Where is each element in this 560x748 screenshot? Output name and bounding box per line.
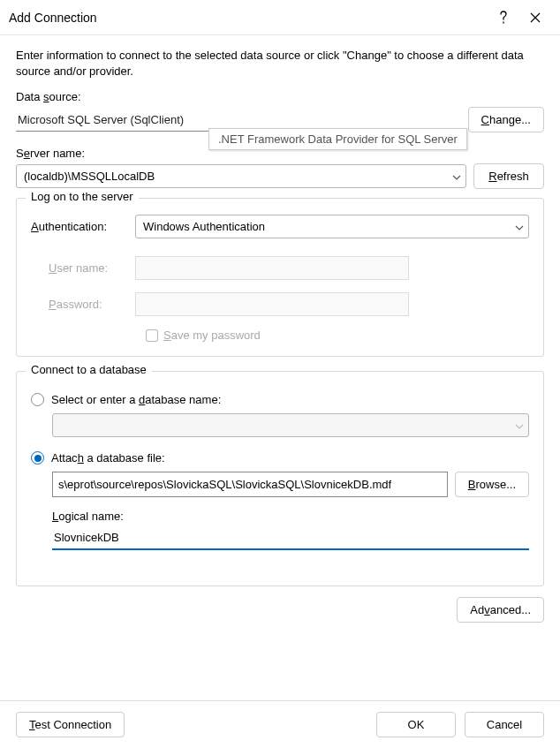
save-password-checkbox — [146, 329, 158, 342]
password-label: Password: — [49, 298, 128, 311]
titlebar: Add Connection — [0, 0, 560, 35]
database-name-combo — [52, 413, 529, 437]
chevron-down-icon[interactable] — [511, 220, 528, 233]
chevron-down-icon[interactable] — [448, 170, 465, 183]
dialog-footer: Test Connection OK Cancel — [0, 700, 560, 748]
authentication-value — [136, 215, 511, 238]
refresh-button[interactable]: Refresh — [473, 163, 544, 189]
change-button[interactable]: Change... — [468, 107, 544, 132]
cancel-button[interactable]: Cancel — [465, 712, 544, 737]
chevron-down-icon — [511, 419, 528, 432]
test-connection-button[interactable]: Test Connection — [16, 712, 125, 737]
connect-db-legend: Connect to a database — [26, 363, 152, 376]
username-field — [135, 256, 409, 280]
help-icon — [498, 11, 509, 25]
help-button[interactable] — [488, 5, 519, 30]
authentication-label: Authentication: — [31, 220, 128, 233]
attach-db-radio[interactable] — [31, 451, 44, 465]
logon-legend: Log on to the server — [26, 190, 139, 203]
dialog-body: Enter information to connect to the sele… — [0, 35, 560, 642]
close-icon — [530, 12, 541, 23]
logical-name-label: Logical name: — [52, 510, 529, 523]
data-source-label: Data source: — [16, 90, 544, 103]
ok-button[interactable]: OK — [376, 712, 456, 737]
logon-section: Log on to the server Authentication: Use… — [16, 198, 544, 357]
attach-db-label: Attach a database file: — [51, 451, 165, 465]
window-title: Add Connection — [9, 11, 488, 25]
intro-text: Enter information to connect to the sele… — [16, 48, 544, 79]
username-label: User name: — [49, 261, 128, 275]
select-db-label: Select or enter a database name: — [51, 393, 221, 406]
server-name-combo[interactable] — [16, 164, 466, 188]
connect-db-section: Connect to a database Select or enter a … — [16, 371, 544, 586]
server-name-input[interactable] — [17, 165, 448, 187]
authentication-combo[interactable] — [135, 215, 529, 238]
database-name-input — [53, 414, 511, 436]
provider-tooltip: .NET Framework Data Provider for SQL Ser… — [208, 128, 467, 150]
advanced-button[interactable]: Advanced... — [457, 597, 544, 623]
password-field — [135, 292, 409, 316]
attach-file-field[interactable] — [52, 472, 448, 497]
browse-button[interactable]: Browse... — [455, 472, 529, 497]
close-button[interactable] — [519, 5, 551, 30]
logical-name-field[interactable] — [52, 526, 529, 550]
save-password-label: Save my password — [163, 329, 261, 342]
select-db-radio[interactable] — [31, 393, 44, 406]
